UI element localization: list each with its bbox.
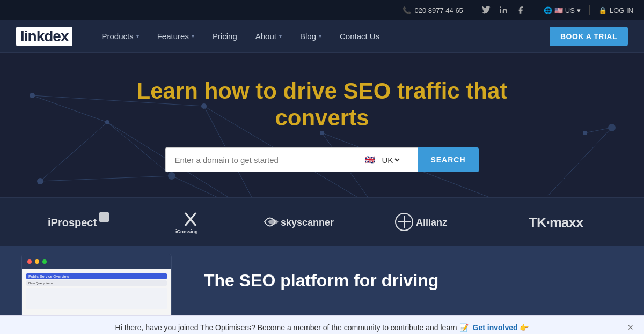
svg-point-24 [608,124,616,131]
svg-line-12 [40,176,172,181]
brand-icrossing: iCrossing [169,209,212,235]
chevron-down-icon: ▾ [577,6,581,14]
topbar: 📞 020 8977 44 65 🌐 🇺🇸 US ▾ 🔒 LOG IN [0,0,644,20]
globe-icon: 🌐 [544,6,552,14]
screenshot-chart [26,288,167,309]
svg-text:iCrossing: iCrossing [175,229,198,234]
chevron-down-icon: ▾ [192,33,194,39]
svg-text:Allianz: Allianz [416,217,447,228]
screenshot-row1: Public Service Overview [26,273,167,279]
dot-red [27,259,32,264]
brands-section: iProspect iCrossing skyscanner Allianz T… [0,197,644,246]
dot-yellow [35,259,39,264]
navbar: linkdex Products ▾ Features ▾ Pricing Ab… [0,20,644,53]
nav-links: Products ▾ Features ▾ Pricing About ▾ Bl… [94,27,549,45]
country-select[interactable]: UK US DE FR [379,155,401,165]
notification-bar: Hi there, have you joined The Optimisers… [0,315,644,334]
social-links [481,5,526,16]
screenshot-content: Public Service Overview New Query Items [22,269,171,315]
search-bar: 🇬🇧 UK US DE FR SEARCH [165,147,478,172]
svg-line-11 [40,122,107,181]
uk-flag-icon: 🇬🇧 [365,155,375,165]
svg-point-18 [37,178,43,184]
phone-number[interactable]: 📞 020 8977 44 65 [402,6,463,14]
svg-line-3 [172,176,263,197]
lock-icon: 🔒 [598,6,607,14]
close-notification-button[interactable]: × [627,322,633,333]
phone-icon: 📞 [402,6,411,14]
nav-about[interactable]: About ▾ [248,27,289,45]
flag-icon: 🇺🇸 [554,6,563,14]
nav-blog[interactable]: Blog ▾ [292,27,329,45]
nav-products[interactable]: Products ▾ [94,27,146,45]
svg-line-7 [531,128,612,197]
svg-point-0 [500,6,501,8]
divider2 [535,5,535,15]
divider3 [589,5,590,15]
notification-cta[interactable]: Get involved 👉 [473,323,529,332]
facebook-link[interactable] [515,5,526,16]
domain-search-input[interactable] [165,147,358,172]
linkedin-link[interactable] [498,5,509,16]
screenshot-titlebar [22,254,171,269]
svg-point-19 [168,172,175,180]
search-button[interactable]: SEARCH [418,147,478,172]
brand-iprospect: iProspect [46,211,121,233]
nav-pricing[interactable]: Pricing [205,27,245,45]
hero-title: Learn how to drive SEO traffic that conv… [107,78,537,132]
divider [472,5,472,15]
svg-rect-26 [99,212,109,222]
dot-green [42,259,47,264]
nav-contact[interactable]: Contact Us [332,27,387,45]
twitter-link[interactable] [481,5,492,16]
locale-selector[interactable]: 🌐 🇺🇸 US ▾ [544,6,581,14]
chevron-down-icon: ▾ [279,33,282,39]
svg-text:iProspect: iProspect [48,217,97,228]
brand-tkmaxx: TK·maxx [529,211,598,233]
brand-allianz: Allianz [394,211,480,233]
login-button[interactable]: 🔒 LOG IN [598,6,633,14]
svg-text:TK·maxx: TK·maxx [529,214,584,231]
screenshot-row2: New Query Items [26,280,167,286]
lower-section: Public Service Overview New Query Items … [0,246,644,315]
brand-skyscanner: skyscanner [260,211,346,233]
svg-text:skyscanner: skyscanner [281,217,334,228]
chevron-down-icon: ▾ [136,33,139,39]
book-trial-button[interactable]: BOOK A TRIAL [550,27,628,46]
site-logo[interactable]: linkdex [16,27,72,46]
svg-point-25 [583,131,587,135]
product-screenshot: Public Service Overview New Query Items [21,254,172,315]
chevron-down-icon: ▾ [319,33,321,39]
locale-select-wrapper[interactable]: 🇬🇧 UK US DE FR [358,147,418,172]
hero-section: Learn how to drive SEO traffic that conv… [0,53,644,197]
nav-features[interactable]: Features ▾ [150,27,202,45]
lower-heading: The SEO platform for driving [204,271,438,291]
notification-text: Hi there, have you joined The Optimisers… [115,323,469,332]
svg-point-15 [30,93,35,98]
